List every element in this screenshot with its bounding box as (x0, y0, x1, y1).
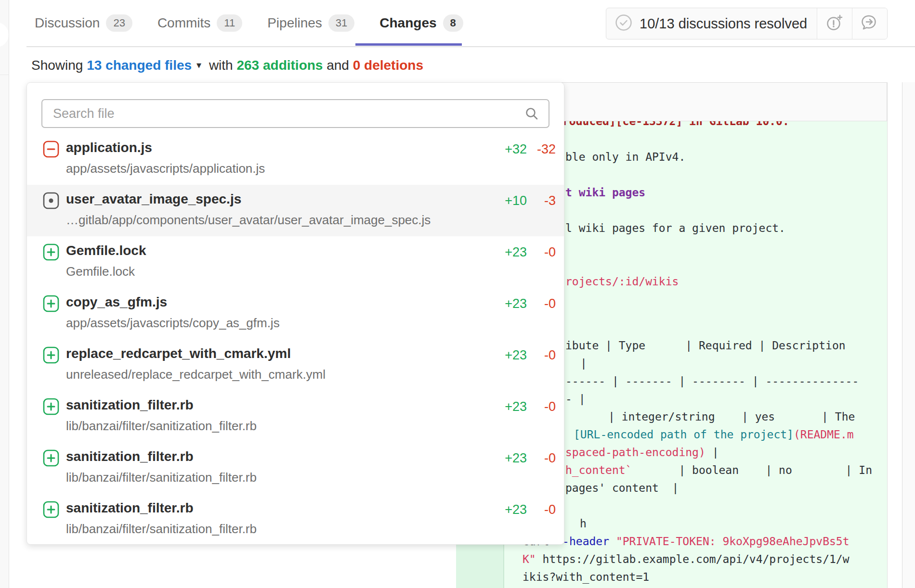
search-icon (524, 106, 539, 123)
file-path: Gemfile.lock (66, 264, 135, 279)
code-line: t wiki pages (565, 184, 645, 202)
summary-deletions: 0 deletions (353, 58, 423, 73)
code-line: | (580, 355, 587, 372)
file-name: sanitization_filter.rb (66, 500, 194, 516)
file-name: copy_as_gfm.js (66, 294, 167, 310)
tab-count-badge: 31 (328, 14, 354, 32)
file-name: replace_redcarpet_with_cmark.yml (66, 346, 291, 361)
file-path: unreleased/replace_redcarpet_with_cmark.… (66, 367, 326, 382)
code-line: h_content` | boolean | no | In (565, 461, 872, 479)
file-name: application.js (66, 140, 152, 155)
code-line: K" https://gitlab.example.com/api/v4/pro… (523, 550, 850, 568)
file-name: sanitization_filter.rb (66, 449, 194, 464)
changed-file-list: application.js app/assets/javascripts/ap… (27, 133, 564, 545)
file-additions: +23 (484, 399, 527, 414)
code-line: l wiki pages for a given project. (565, 219, 785, 237)
file-row[interactable]: application.js app/assets/javascripts/ap… (27, 133, 564, 185)
tab-label: Pipelines (267, 15, 322, 31)
plus-file-icon (43, 294, 59, 315)
file-path: app/assets/javascripts/copy_as_gfm.js (66, 316, 280, 331)
discussions-resolved-group: 10/13 discussions resolved (606, 8, 888, 39)
file-name: Gemfile.lock (66, 243, 146, 258)
file-deletions: -0 (527, 348, 556, 363)
code-line: ble only in APIv4. (565, 148, 685, 166)
file-deletions: -0 (527, 245, 556, 260)
minus-file-icon (43, 140, 59, 160)
right-cropped-panel (902, 82, 915, 588)
file-additions: +23 (484, 502, 527, 517)
file-row[interactable]: replace_redcarpet_with_cmark.yml unrelea… (27, 339, 564, 391)
jump-to-next-discussion-button[interactable] (852, 8, 887, 39)
file-additions: +10 (484, 193, 527, 208)
discussions-resolved-label: 10/13 discussions resolved (640, 16, 807, 32)
file-deletions: -32 (527, 142, 556, 157)
code-line: - | (565, 390, 586, 408)
changed-files-dropdown: application.js app/assets/javascripts/ap… (26, 82, 564, 545)
code-line: ------ | ------- | -------- | ----------… (565, 372, 859, 390)
tab-commits[interactable]: Commits 11 (157, 14, 242, 32)
file-additions: +32 (484, 142, 527, 157)
file-deletions: -0 (527, 296, 556, 311)
file-additions: +23 (484, 245, 527, 260)
changes-summary: Showing 13 changed files▾ with 263 addit… (31, 52, 423, 78)
summary-prefix: Showing (31, 58, 83, 73)
plus-file-icon (43, 500, 59, 521)
file-additions: +23 (484, 348, 527, 363)
changed-files-dropdown-toggle[interactable]: 13 changed files (87, 58, 192, 73)
tab-count-badge: 11 (217, 14, 242, 32)
tab-bar-border (26, 46, 915, 47)
plus-file-icon (43, 397, 59, 418)
comment-next-icon (861, 13, 879, 34)
plus-file-icon (43, 449, 59, 469)
code-line: spaced-path-encoding) | (565, 444, 719, 461)
code-line: [URL-encoded path of the project](README… (574, 426, 854, 444)
tab-label: Discussion (35, 15, 100, 31)
resolve-with-issue-button[interactable] (817, 8, 852, 39)
file-path: app/assets/javascripts/application.js (66, 161, 265, 176)
file-deletions: -3 (527, 193, 556, 208)
left-panel-divider (0, 75, 9, 75)
summary-with: with (209, 58, 233, 73)
dot-file-icon (43, 192, 59, 212)
caret-down-icon[interactable]: ▾ (196, 52, 201, 78)
file-deletions: -0 (527, 399, 556, 414)
summary-and: and (327, 58, 349, 73)
file-path: lib/banzai/filter/sanitization_filter.rb (66, 419, 257, 434)
file-name: user_avatar_image_spec.js (66, 192, 241, 207)
file-name: sanitization_filter.rb (66, 397, 194, 413)
search-file-input[interactable] (41, 99, 549, 128)
file-path: lib/banzai/filter/sanitization_filter.rb (66, 522, 257, 537)
file-path: …gitlab/app/components/user_avatar/user_… (66, 213, 431, 228)
file-additions: +23 (484, 296, 527, 311)
code-line: ibute | Type | Required | Description (565, 337, 846, 355)
tab-count-badge: 8 (443, 14, 463, 32)
code-line: pages' content | (565, 479, 679, 497)
file-deletions: -0 (527, 451, 556, 466)
code-line: curl --header "PRIVATE-TOKEN: 9koXpg98eA… (523, 533, 850, 550)
plus-file-icon (43, 346, 59, 366)
active-tab-underline (355, 43, 462, 46)
tab-label: Changes (379, 15, 436, 31)
tab-pipelines[interactable]: Pipelines 31 (267, 14, 354, 32)
code-line: ikis?with_content=1 (523, 568, 649, 586)
code-line: rojects/:id/wikis (565, 273, 679, 291)
file-row[interactable]: Gemfile.lock Gemfile.lock +23 -0 (27, 236, 564, 288)
file-deletions: -0 (527, 502, 556, 517)
check-circle-icon (615, 14, 632, 33)
mr-tab-bar: Discussion 23 Commits 11 Pipelines 31 Ch… (0, 0, 915, 47)
tab-changes[interactable]: Changes 8 (379, 14, 463, 32)
file-row[interactable]: sanitization_filter.rb lib/banzai/filter… (27, 442, 564, 494)
code-line: | integer/string | yes | The (608, 408, 855, 426)
discussions-resolved-button[interactable]: 10/13 discussions resolved (606, 8, 817, 39)
file-row[interactable]: sanitization_filter.rb lib/banzai/filter… (27, 494, 564, 545)
file-additions: +23 (484, 451, 527, 466)
code-line: h (580, 515, 587, 533)
issue-plus-icon (825, 13, 844, 34)
file-row[interactable]: user_avatar_image_spec.js …gitlab/app/co… (27, 185, 564, 236)
tab-discussion[interactable]: Discussion 23 (35, 14, 132, 32)
file-row[interactable]: copy_as_gfm.js app/assets/javascripts/co… (27, 288, 564, 339)
file-path: lib/banzai/filter/sanitization_filter.rb (66, 470, 257, 485)
tab-label: Commits (157, 15, 210, 31)
left-cropped-panel (0, 0, 9, 588)
file-row[interactable]: sanitization_filter.rb lib/banzai/filter… (27, 391, 564, 442)
